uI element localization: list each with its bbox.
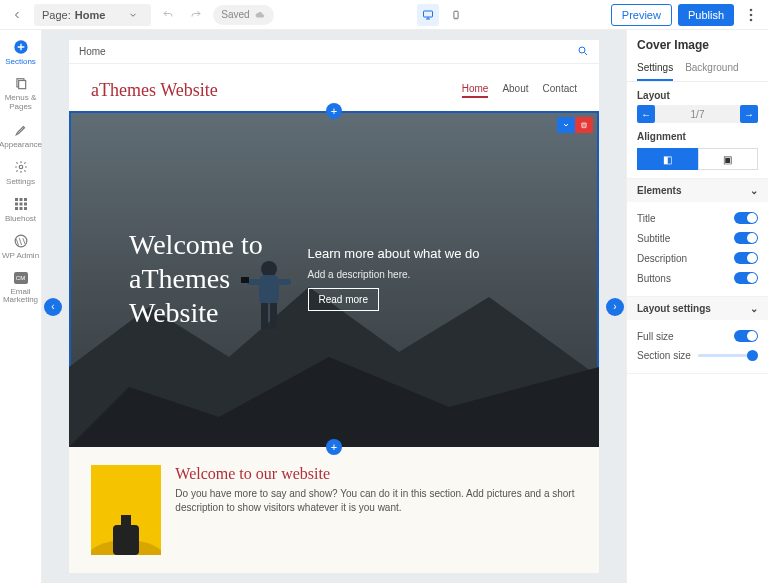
rail-menus-pages[interactable]: Menus & Pages (0, 71, 42, 117)
back-button[interactable] (6, 4, 28, 26)
left-rail: Sections Menus & Pages Appearance Settin… (0, 30, 42, 583)
side-panel: Cover Image Settings Background Layout ←… (626, 30, 768, 583)
grid-icon (13, 196, 29, 212)
layout-next-button[interactable]: → (740, 105, 758, 123)
topbar: Page: Home Saved Preview Publish (0, 0, 768, 30)
layout-pager: ← 1/7 → (637, 105, 758, 123)
stage-prev-button[interactable]: ‹ (44, 298, 62, 316)
align-left-button[interactable]: ◧ (637, 148, 698, 170)
alignment-label: Alignment (637, 131, 758, 142)
welcome-body: Do you have more to say and show? You ca… (175, 487, 577, 515)
tab-background[interactable]: Background (685, 56, 738, 81)
rail-appearance[interactable]: Appearance (0, 117, 42, 154)
rail-wpadmin[interactable]: WP Admin (0, 228, 42, 265)
chevron-down-icon: ⌄ (750, 303, 758, 314)
svg-point-3 (750, 8, 753, 11)
hero-title: Welcome to aThemes Website (129, 228, 308, 329)
hero-subtitle: Learn more about what we do (308, 246, 560, 261)
saved-indicator: Saved (213, 5, 273, 25)
gear-icon (13, 159, 29, 175)
svg-rect-14 (19, 202, 22, 205)
desktop-view-button[interactable] (417, 4, 439, 26)
title-toggle[interactable] (734, 212, 758, 224)
page-label: Page: (42, 9, 71, 21)
more-button[interactable] (740, 4, 762, 26)
element-title-row: Title (637, 208, 758, 228)
rail-bluehost[interactable]: Bluehost (0, 191, 42, 228)
description-toggle[interactable] (734, 252, 758, 264)
rail-settings[interactable]: Settings (0, 154, 42, 191)
nav-home[interactable]: Home (462, 83, 489, 98)
welcome-text: Welcome to our website Do you have more … (175, 465, 577, 555)
hero-left: Welcome to aThemes Website (69, 111, 308, 447)
publish-button[interactable]: Publish (678, 4, 734, 26)
cm-icon: CM (13, 270, 29, 286)
page-selector[interactable]: Page: Home (34, 4, 151, 26)
stage-area: ‹ › Home aThemes Website Home About Cont… (42, 30, 626, 583)
chevron-down-icon (123, 10, 143, 20)
chevron-down-icon: ⌄ (750, 185, 758, 196)
preview-button[interactable]: Preview (611, 4, 672, 26)
svg-rect-8 (18, 81, 25, 89)
subtitle-toggle[interactable] (734, 232, 758, 244)
svg-rect-0 (424, 11, 433, 17)
page-name: Home (75, 9, 106, 21)
svg-rect-10 (15, 198, 18, 201)
panel-title: Cover Image (627, 30, 768, 56)
layout-settings-header[interactable]: Layout settings⌄ (627, 297, 768, 320)
undo-button[interactable] (157, 4, 179, 26)
svg-rect-32 (121, 515, 131, 527)
nav-about[interactable]: About (502, 83, 528, 98)
yellow-image (91, 465, 161, 555)
search-icon[interactable] (577, 45, 589, 57)
redo-button[interactable] (185, 4, 207, 26)
section-size-slider[interactable] (698, 354, 758, 357)
svg-rect-13 (15, 202, 18, 205)
svg-rect-11 (19, 198, 22, 201)
element-buttons-row: Buttons (637, 268, 758, 288)
rail-sections[interactable]: Sections (0, 34, 42, 71)
site-brand: aThemes Website (91, 80, 218, 101)
cloud-icon (254, 10, 266, 20)
layout-section: Layout ← 1/7 → Alignment ◧ ▣ (627, 82, 768, 179)
element-subtitle-row: Subtitle (637, 228, 758, 248)
full-size-toggle[interactable] (734, 330, 758, 342)
pages-icon (13, 76, 29, 92)
svg-rect-31 (113, 525, 139, 555)
svg-point-9 (19, 165, 23, 169)
layout-indicator: 1/7 (655, 105, 740, 123)
svg-point-5 (750, 18, 753, 21)
layout-settings-section: Layout settings⌄ Full size Section size (627, 297, 768, 374)
svg-rect-16 (15, 207, 18, 210)
svg-rect-12 (24, 198, 27, 201)
svg-point-2 (456, 17, 457, 18)
welcome-section: Welcome to our website Do you have more … (69, 447, 599, 573)
alignment-segment: ◧ ▣ (637, 148, 758, 170)
element-description-row: Description (637, 248, 758, 268)
tab-settings[interactable]: Settings (637, 56, 673, 81)
layout-label: Layout (637, 90, 758, 101)
elements-header[interactable]: Elements⌄ (627, 179, 768, 202)
align-center-button[interactable]: ▣ (698, 148, 759, 170)
full-size-row: Full size (637, 326, 758, 346)
stage-header: Home (69, 40, 599, 64)
brush-icon (13, 122, 29, 138)
hero-section[interactable]: + + Welcome to aThemes Website Learn mor… (69, 111, 599, 447)
layout-prev-button[interactable]: ← (637, 105, 655, 123)
hero-desc: Add a description here. (308, 269, 560, 280)
svg-rect-15 (24, 202, 27, 205)
plus-circle-icon (13, 39, 29, 55)
elements-section: Elements⌄ Title Subtitle Description But… (627, 179, 768, 297)
svg-rect-18 (24, 207, 27, 210)
nav-contact[interactable]: Contact (543, 83, 577, 98)
stage-next-button[interactable]: › (606, 298, 624, 316)
breadcrumb: Home (79, 46, 106, 57)
buttons-toggle[interactable] (734, 272, 758, 284)
site-nav: Home About Contact (462, 83, 577, 98)
page-preview: Home aThemes Website Home About Contact … (69, 40, 599, 573)
mobile-view-button[interactable] (445, 4, 467, 26)
hero-readmore-button[interactable]: Read more (308, 288, 379, 311)
welcome-heading: Welcome to our website (175, 465, 577, 483)
rail-email[interactable]: CMEmail Marketing (0, 265, 42, 311)
hero-right: Learn more about what we do Add a descri… (308, 111, 600, 447)
